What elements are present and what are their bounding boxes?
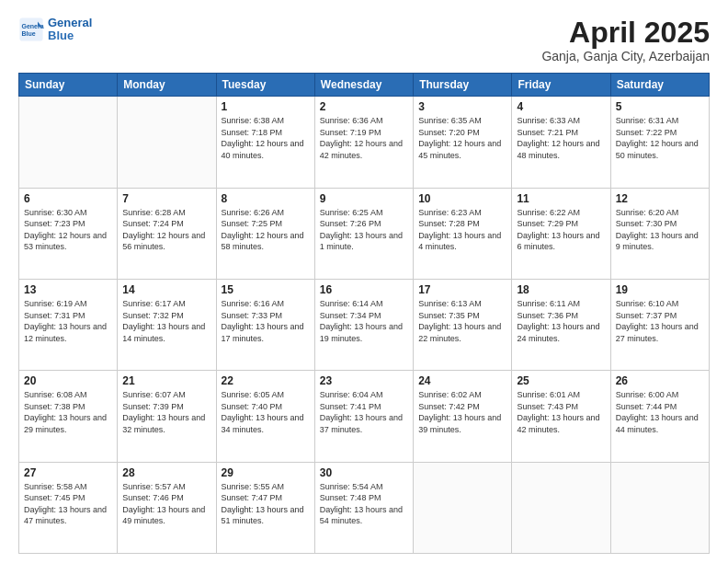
- day-info: Sunrise: 6:22 AM Sunset: 7:29 PM Dayligh…: [517, 207, 605, 253]
- calendar-cell: 6Sunrise: 6:30 AM Sunset: 7:23 PM Daylig…: [19, 188, 118, 279]
- day-info: Sunrise: 6:35 AM Sunset: 7:20 PM Dayligh…: [418, 115, 506, 161]
- weekday-header-row: SundayMondayTuesdayWednesdayThursdayFrid…: [19, 74, 710, 97]
- calendar-week-row: 13Sunrise: 6:19 AM Sunset: 7:31 PM Dayli…: [19, 279, 710, 370]
- calendar-cell: 7Sunrise: 6:28 AM Sunset: 7:24 PM Daylig…: [118, 188, 216, 279]
- month-title: April 2025: [541, 17, 710, 49]
- calendar-cell: 15Sunrise: 6:16 AM Sunset: 7:33 PM Dayli…: [216, 279, 314, 370]
- calendar-cell: 10Sunrise: 6:23 AM Sunset: 7:28 PM Dayli…: [414, 188, 512, 279]
- day-info: Sunrise: 6:31 AM Sunset: 7:22 PM Dayligh…: [616, 115, 704, 161]
- calendar-cell: 26Sunrise: 6:00 AM Sunset: 7:44 PM Dayli…: [610, 371, 709, 462]
- day-number: 17: [418, 283, 506, 296]
- day-info: Sunrise: 6:08 AM Sunset: 7:38 PM Dayligh…: [24, 389, 112, 435]
- day-number: 24: [418, 374, 506, 387]
- day-info: Sunrise: 6:05 AM Sunset: 7:40 PM Dayligh…: [222, 389, 310, 435]
- calendar-cell: 9Sunrise: 6:25 AM Sunset: 7:26 PM Daylig…: [314, 188, 413, 279]
- day-number: 25: [517, 374, 605, 387]
- calendar-cell: 30Sunrise: 5:54 AM Sunset: 7:48 PM Dayli…: [314, 462, 413, 553]
- location: Ganja, Ganja City, Azerbaijan: [541, 49, 710, 63]
- calendar-week-row: 1Sunrise: 6:38 AM Sunset: 7:18 PM Daylig…: [19, 97, 710, 188]
- day-number: 22: [222, 374, 310, 387]
- calendar-week-row: 27Sunrise: 5:58 AM Sunset: 7:45 PM Dayli…: [19, 462, 710, 553]
- day-info: Sunrise: 6:00 AM Sunset: 7:44 PM Dayligh…: [616, 389, 704, 435]
- day-info: Sunrise: 6:25 AM Sunset: 7:26 PM Dayligh…: [320, 207, 408, 253]
- day-number: 18: [517, 283, 605, 296]
- day-number: 20: [24, 374, 112, 387]
- calendar-cell: 22Sunrise: 6:05 AM Sunset: 7:40 PM Dayli…: [216, 371, 314, 462]
- weekday-header-friday: Friday: [512, 74, 610, 97]
- logo-icon: General Blue: [18, 17, 44, 42]
- calendar-cell: 18Sunrise: 6:11 AM Sunset: 7:36 PM Dayli…: [512, 279, 610, 370]
- title-area: April 2025 Ganja, Ganja City, Azerbaijan: [541, 17, 710, 63]
- day-number: 1: [222, 100, 310, 113]
- calendar-cell: 28Sunrise: 5:57 AM Sunset: 7:46 PM Dayli…: [118, 462, 216, 553]
- calendar-cell: 25Sunrise: 6:01 AM Sunset: 7:43 PM Dayli…: [512, 371, 610, 462]
- calendar-cell: 1Sunrise: 6:38 AM Sunset: 7:18 PM Daylig…: [216, 97, 314, 188]
- day-number: 16: [320, 283, 408, 296]
- day-info: Sunrise: 6:19 AM Sunset: 7:31 PM Dayligh…: [24, 298, 112, 344]
- day-number: 21: [122, 374, 210, 387]
- day-number: 23: [320, 374, 408, 387]
- calendar-cell: [19, 97, 118, 188]
- day-number: 10: [418, 192, 506, 205]
- day-info: Sunrise: 6:02 AM Sunset: 7:42 PM Dayligh…: [418, 389, 506, 435]
- logo-line2: Blue: [48, 29, 92, 42]
- day-number: 2: [320, 100, 408, 113]
- day-info: Sunrise: 6:36 AM Sunset: 7:19 PM Dayligh…: [320, 115, 408, 161]
- day-number: 12: [616, 192, 704, 205]
- svg-text:Blue: Blue: [22, 30, 36, 37]
- day-number: 5: [616, 100, 704, 113]
- logo-line1: General: [48, 17, 92, 29]
- calendar-cell: 4Sunrise: 6:33 AM Sunset: 7:21 PM Daylig…: [512, 97, 610, 188]
- calendar-cell: 21Sunrise: 6:07 AM Sunset: 7:39 PM Dayli…: [118, 371, 216, 462]
- calendar-cell: [414, 462, 512, 553]
- calendar-week-row: 20Sunrise: 6:08 AM Sunset: 7:38 PM Dayli…: [19, 371, 710, 462]
- day-number: 9: [320, 192, 408, 205]
- day-info: Sunrise: 6:11 AM Sunset: 7:36 PM Dayligh…: [517, 298, 605, 344]
- calendar-cell: [610, 462, 709, 553]
- calendar-cell: 13Sunrise: 6:19 AM Sunset: 7:31 PM Dayli…: [19, 279, 118, 370]
- day-info: Sunrise: 6:33 AM Sunset: 7:21 PM Dayligh…: [517, 115, 605, 161]
- day-info: Sunrise: 6:30 AM Sunset: 7:23 PM Dayligh…: [24, 207, 112, 253]
- day-info: Sunrise: 6:07 AM Sunset: 7:39 PM Dayligh…: [122, 389, 210, 435]
- calendar-cell: 5Sunrise: 6:31 AM Sunset: 7:22 PM Daylig…: [610, 97, 709, 188]
- day-number: 15: [222, 283, 310, 296]
- day-number: 27: [24, 466, 112, 479]
- calendar-cell: 29Sunrise: 5:55 AM Sunset: 7:47 PM Dayli…: [216, 462, 314, 553]
- day-info: Sunrise: 6:10 AM Sunset: 7:37 PM Dayligh…: [616, 298, 704, 344]
- calendar-cell: 16Sunrise: 6:14 AM Sunset: 7:34 PM Dayli…: [314, 279, 413, 370]
- day-info: Sunrise: 5:55 AM Sunset: 7:47 PM Dayligh…: [222, 481, 310, 527]
- weekday-header-monday: Monday: [118, 74, 216, 97]
- calendar-week-row: 6Sunrise: 6:30 AM Sunset: 7:23 PM Daylig…: [19, 188, 710, 279]
- day-info: Sunrise: 5:54 AM Sunset: 7:48 PM Dayligh…: [320, 481, 408, 527]
- calendar-table: SundayMondayTuesdayWednesdayThursdayFrid…: [18, 73, 710, 554]
- day-info: Sunrise: 6:16 AM Sunset: 7:33 PM Dayligh…: [222, 298, 310, 344]
- calendar-cell: 24Sunrise: 6:02 AM Sunset: 7:42 PM Dayli…: [414, 371, 512, 462]
- calendar-cell: 19Sunrise: 6:10 AM Sunset: 7:37 PM Dayli…: [610, 279, 709, 370]
- day-number: 6: [24, 192, 112, 205]
- calendar-cell: 14Sunrise: 6:17 AM Sunset: 7:32 PM Dayli…: [118, 279, 216, 370]
- weekday-header-wednesday: Wednesday: [314, 74, 413, 97]
- day-info: Sunrise: 6:01 AM Sunset: 7:43 PM Dayligh…: [517, 389, 605, 435]
- day-info: Sunrise: 6:17 AM Sunset: 7:32 PM Dayligh…: [122, 298, 210, 344]
- day-number: 3: [418, 100, 506, 113]
- day-info: Sunrise: 6:14 AM Sunset: 7:34 PM Dayligh…: [320, 298, 408, 344]
- calendar-cell: 17Sunrise: 6:13 AM Sunset: 7:35 PM Dayli…: [414, 279, 512, 370]
- day-info: Sunrise: 6:26 AM Sunset: 7:25 PM Dayligh…: [222, 207, 310, 253]
- calendar-cell: 23Sunrise: 6:04 AM Sunset: 7:41 PM Dayli…: [314, 371, 413, 462]
- day-number: 19: [616, 283, 704, 296]
- calendar-cell: 27Sunrise: 5:58 AM Sunset: 7:45 PM Dayli…: [19, 462, 118, 553]
- day-number: 26: [616, 374, 704, 387]
- calendar-cell: 12Sunrise: 6:20 AM Sunset: 7:30 PM Dayli…: [610, 188, 709, 279]
- weekday-header-tuesday: Tuesday: [216, 74, 314, 97]
- calendar-cell: 8Sunrise: 6:26 AM Sunset: 7:25 PM Daylig…: [216, 188, 314, 279]
- logo: General Blue General Blue: [18, 17, 92, 43]
- weekday-header-sunday: Sunday: [19, 74, 118, 97]
- day-info: Sunrise: 6:23 AM Sunset: 7:28 PM Dayligh…: [418, 207, 506, 253]
- header: General Blue General Blue April 2025 Gan…: [18, 17, 710, 63]
- day-number: 30: [320, 466, 408, 479]
- calendar-cell: 20Sunrise: 6:08 AM Sunset: 7:38 PM Dayli…: [19, 371, 118, 462]
- day-info: Sunrise: 5:57 AM Sunset: 7:46 PM Dayligh…: [122, 481, 210, 527]
- day-number: 28: [122, 466, 210, 479]
- calendar-cell: [118, 97, 216, 188]
- day-number: 7: [122, 192, 210, 205]
